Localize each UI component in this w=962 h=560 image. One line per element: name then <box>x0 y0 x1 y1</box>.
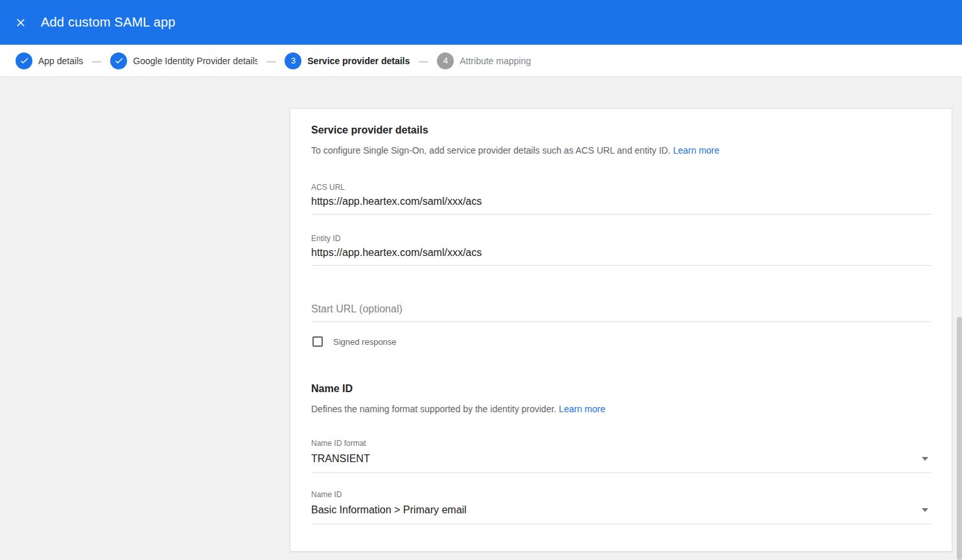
signed-response-row: Signed response <box>311 336 931 347</box>
step-number: 3 <box>291 56 296 65</box>
content-area: Service provider details To configure Si… <box>0 78 962 560</box>
step-attribute-mapping[interactable]: 4 Attribute mapping <box>437 52 531 69</box>
dialog-title: Add custom SAML app <box>41 15 176 30</box>
learn-more-link[interactable]: Learn more <box>673 145 720 156</box>
step-service-provider-details[interactable]: 3 Service provider details <box>285 52 410 69</box>
dropdown-arrow-icon <box>922 508 928 512</box>
step-number-icon: 4 <box>437 52 454 69</box>
name-id-label: Name ID <box>311 490 931 499</box>
card-description: To configure Single Sign-On, add service… <box>311 144 931 157</box>
step-attribute-mapping-label: Attribute mapping <box>460 56 531 66</box>
signed-response-checkbox[interactable] <box>312 336 323 347</box>
name-id-section-title: Name ID <box>311 383 931 395</box>
card-description-text: To configure Single Sign-On, add service… <box>311 145 670 156</box>
name-id-format-label: Name ID format <box>311 439 931 448</box>
name-id-format-field: Name ID format TRANSIENT <box>311 439 931 473</box>
close-icon-glyph <box>14 16 27 29</box>
name-id-select[interactable]: Basic Information > Primary email <box>311 499 931 524</box>
dropdown-arrow-icon <box>922 457 928 461</box>
step-service-provider-details-label: Service provider details <box>307 56 410 66</box>
name-id-description-text: Defines the naming format supported by t… <box>311 404 556 414</box>
close-icon[interactable] <box>13 15 29 30</box>
step-separator: — <box>266 56 276 66</box>
entity-id-input[interactable] <box>311 243 931 266</box>
acs-url-input[interactable] <box>311 192 931 215</box>
name-id-value: Basic Information > Primary email <box>311 504 467 516</box>
scrollbar-thumb[interactable] <box>957 317 962 560</box>
acs-url-label: ACS URL <box>311 183 931 192</box>
entity-id-field: Entity ID <box>311 234 931 266</box>
step-separator: — <box>92 56 101 66</box>
step-complete-check-icon <box>110 52 127 69</box>
step-number-icon: 3 <box>285 52 301 69</box>
step-app-details[interactable]: App details <box>16 52 83 69</box>
name-id-format-select[interactable]: TRANSIENT <box>311 448 931 473</box>
acs-url-field: ACS URL <box>311 183 931 215</box>
start-url-input[interactable] <box>311 299 931 322</box>
step-google-idp-details[interactable]: Google Identity Provider details <box>110 52 257 69</box>
step-number: 4 <box>443 56 448 65</box>
learn-more-link[interactable]: Learn more <box>559 404 605 414</box>
dialog-header: Add custom SAML app <box>0 0 962 45</box>
step-complete-check-icon <box>16 52 32 69</box>
service-provider-details-card: Service provider details To configure Si… <box>290 108 952 552</box>
stepper: App details — Google Identity Provider d… <box>0 45 962 77</box>
step-app-details-label: App details <box>38 56 83 66</box>
name-id-section-description: Defines the naming format supported by t… <box>311 402 931 415</box>
start-url-field <box>311 299 931 322</box>
signed-response-label: Signed response <box>333 337 397 347</box>
entity-id-label: Entity ID <box>311 234 931 243</box>
name-id-field: Name ID Basic Information > Primary emai… <box>311 490 931 524</box>
card-title: Service provider details <box>311 124 931 136</box>
step-separator: — <box>419 56 428 66</box>
name-id-format-value: TRANSIENT <box>311 453 370 465</box>
step-google-idp-details-label: Google Identity Provider details <box>133 56 257 66</box>
